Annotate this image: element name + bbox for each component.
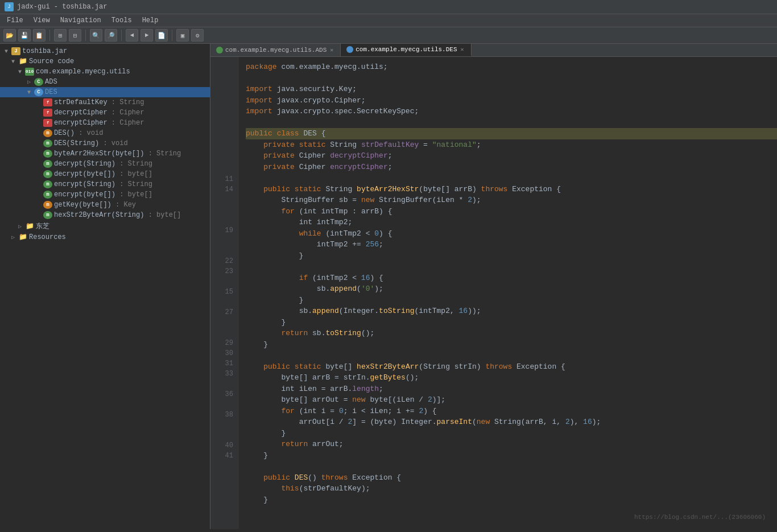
line-num-blank16 bbox=[210, 246, 233, 256]
tab-close-ADS[interactable]: ✕ bbox=[329, 47, 334, 53]
line-num-29: 29 bbox=[210, 338, 233, 348]
tree-item-dongzhi[interactable]: ▷ 📁 东芝 bbox=[0, 220, 210, 232]
code-line-closebrace2: } bbox=[246, 295, 777, 306]
line-num-11: 11 bbox=[210, 174, 233, 184]
editor-area: com.example.myecg.utils.ADS ✕ com.exampl… bbox=[210, 44, 777, 529]
expand-arrow-dongzhi[interactable]: ▷ bbox=[18, 223, 25, 230]
code-line-blank2 bbox=[246, 261, 777, 273]
code-editor[interactable]: 11 14 19 22 23 15 27 29 30 31 bbox=[210, 57, 777, 529]
tree-item-decryptCipher[interactable]: f decryptCipher : Cipher bbox=[0, 108, 210, 118]
code-line-blank4 bbox=[246, 461, 777, 472]
line-num-blank12 bbox=[210, 195, 233, 205]
line-num-33: 33 bbox=[210, 369, 233, 379]
field-icon-strDefaultKey: f bbox=[43, 98, 52, 106]
tree-item-decrypt-bytes[interactable]: m decrypt(byte[]) : byte[] bbox=[0, 169, 210, 179]
code-line-22: if (intTmp2 < 16) { bbox=[246, 273, 777, 284]
menu-item-navigation[interactable]: Navigation bbox=[56, 15, 106, 26]
tree-item-source-code[interactable]: ▼ 📁 Source code bbox=[0, 56, 210, 67]
tree-item-decrypt-string[interactable]: m decrypt(String) : String bbox=[0, 159, 210, 169]
code-line-33: byte[] arrOut = new byte[(iLen / 2)]; bbox=[246, 394, 777, 406]
toolbar-separator-3 bbox=[121, 30, 122, 41]
code-line-closebrace6: } bbox=[246, 450, 777, 461]
tree-item-DES-constructor[interactable]: m DES() : void bbox=[0, 128, 210, 138]
expand-arrow-resources[interactable]: ▷ bbox=[11, 234, 18, 241]
expand-arrow-package[interactable]: ▼ bbox=[18, 69, 25, 75]
tree-item-package[interactable]: ▼ 010 com.example.myecg.utils bbox=[0, 67, 210, 77]
code-line-2 bbox=[246, 73, 777, 84]
tree-item-byteArr2HexStr[interactable]: m byteArr2HexStr(byte[]) : String bbox=[0, 149, 210, 159]
tree-item-encrypt-string[interactable]: m encrypt(String) : String bbox=[0, 179, 210, 189]
tree-item-resources[interactable]: ▷ 📁 Resources bbox=[0, 232, 210, 242]
menu-item-help[interactable]: Help bbox=[138, 15, 163, 26]
open-button[interactable]: 📂 bbox=[3, 29, 16, 42]
expand-arrow-DES[interactable]: ▼ bbox=[27, 89, 34, 96]
code-line-27: return sb.toString(); bbox=[246, 328, 777, 339]
tree-item-root[interactable]: ▼ J toshiba.jar bbox=[0, 46, 210, 56]
line-numbers-panel: 11 14 19 22 23 15 27 29 30 31 bbox=[210, 57, 239, 529]
code-line-29: public static byte[] hexStr2ByteArr(Stri… bbox=[246, 361, 777, 373]
search-button[interactable]: 🔍 bbox=[90, 29, 102, 42]
tree-item-strDefaultKey[interactable]: f strDefaultKey : String bbox=[0, 97, 210, 108]
method-icon-decrypt-bytes: m bbox=[43, 170, 52, 178]
code-line-36: arrOut[i / 2] = (byte) Integer.parseInt(… bbox=[246, 416, 777, 428]
tree-item-DES-string[interactable]: m DES(String) : void bbox=[0, 138, 210, 149]
copy-button[interactable]: 📋 bbox=[33, 29, 46, 42]
tree-strDefaultKey-label: strDefaultKey : String bbox=[54, 98, 144, 106]
menu-item-view[interactable]: View bbox=[29, 15, 55, 26]
line-num-blank9 bbox=[210, 143, 233, 154]
tree-source-label: Source code bbox=[29, 57, 74, 65]
tab-DES[interactable]: com.example.myecg.utils.DES ✕ bbox=[341, 44, 471, 56]
tab-close-DES[interactable]: ✕ bbox=[460, 46, 465, 53]
expand-arrow-source[interactable]: ▼ bbox=[11, 59, 18, 65]
tab-ADS[interactable]: com.example.myecg.utils.ADS ✕ bbox=[210, 44, 341, 56]
code-line-blank3 bbox=[246, 350, 777, 361]
tree-ADS-label: ADS bbox=[45, 78, 57, 86]
tab-bar: com.example.myecg.utils.ADS ✕ com.exampl… bbox=[210, 44, 777, 57]
field-icon-encryptCipher: f bbox=[43, 119, 52, 127]
menubar: FileViewNavigationToolsHelp bbox=[0, 14, 777, 27]
tree-resources-label: Resources bbox=[29, 233, 66, 241]
tab-label-ADS: com.example.myecg.utils.ADS bbox=[225, 47, 326, 53]
code-line-23: sb.append('0'); bbox=[246, 283, 777, 295]
code-line-for2: for (int i = 0; i < iLen; i += 2) { bbox=[246, 406, 777, 417]
tree-item-encryptCipher[interactable]: f encryptCipher : Cipher bbox=[0, 118, 210, 128]
code-line-1: package com.example.myecg.utils; bbox=[246, 61, 777, 73]
doc-button[interactable]: 📄 bbox=[155, 29, 168, 42]
tree-item-DES[interactable]: ▼ C DES bbox=[0, 87, 210, 97]
tree-encrypt-string-label: encrypt(String) : String bbox=[54, 180, 152, 188]
menu-item-tools[interactable]: Tools bbox=[107, 15, 137, 26]
save-button[interactable]: 💾 bbox=[18, 29, 31, 42]
tree-expand-button[interactable]: ⊞ bbox=[54, 29, 67, 42]
forward-button[interactable]: ► bbox=[140, 29, 153, 42]
tree-decryptCipher-label: decryptCipher : Cipher bbox=[54, 109, 144, 117]
field-icon-decryptCipher: f bbox=[43, 109, 52, 117]
tree-byteArr2HexStr-label: byteArr2HexStr(byte[]) : String bbox=[54, 150, 181, 158]
zoom-in-button[interactable]: 🔎 bbox=[105, 29, 117, 42]
tree-item-getKey[interactable]: m getKey(byte[]) : Key bbox=[0, 200, 210, 210]
grid-button[interactable]: ⊟ bbox=[69, 29, 81, 42]
tree-decrypt-bytes-label: decrypt(byte[]) : byte[] bbox=[54, 170, 152, 178]
settings-button[interactable]: ⚙ bbox=[191, 29, 204, 42]
method-icon-byteArr2HexStr: m bbox=[43, 150, 52, 158]
file-tree: ▼ J toshiba.jar ▼ 📁 Source code ▼ 010 co… bbox=[0, 44, 210, 245]
line-num-blank18 bbox=[210, 297, 233, 307]
expand-arrow-ADS[interactable]: ▷ bbox=[27, 79, 34, 85]
code-line-40: public DES() throws Exception { bbox=[246, 472, 777, 484]
terminal-button[interactable]: ▣ bbox=[176, 29, 189, 42]
expand-arrow-root[interactable]: ▼ bbox=[5, 48, 11, 55]
tree-item-ADS[interactable]: ▷ C ADS bbox=[0, 77, 210, 87]
back-button[interactable]: ◄ bbox=[126, 29, 138, 42]
code-line-14: StringBuffer sb = new StringBuffer(iLen … bbox=[246, 195, 777, 206]
method-icon-getKey: m bbox=[43, 201, 52, 209]
line-num-40: 40 bbox=[210, 440, 233, 451]
title-text: jadx-gui - toshiba.jar bbox=[17, 3, 107, 11]
tree-item-hexStr2ByteArr[interactable]: m hexStr2ByteArr(String) : byte[] bbox=[0, 210, 210, 220]
line-num-blank11 bbox=[210, 164, 233, 174]
menu-item-file[interactable]: File bbox=[2, 15, 28, 26]
line-num-22: 22 bbox=[210, 256, 233, 266]
line-num-blank22 bbox=[210, 399, 233, 410]
tree-item-encrypt-bytes[interactable]: m encrypt(byte[]) : byte[] bbox=[0, 189, 210, 200]
method-icon-hexStr2ByteArr: m bbox=[43, 211, 52, 219]
line-num-blank14 bbox=[210, 215, 233, 225]
code-line-8: private static String strDefaultKey = "n… bbox=[246, 139, 777, 151]
